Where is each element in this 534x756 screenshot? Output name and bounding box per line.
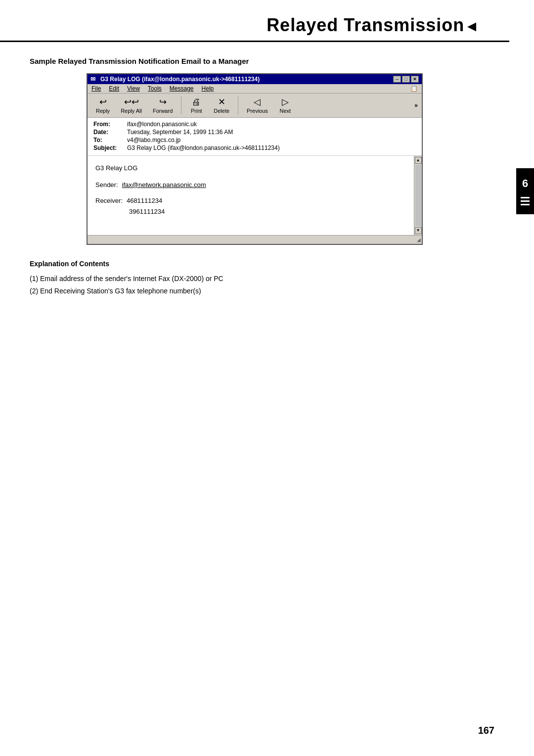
sender-label: Sender: [95,181,118,189]
delete-label: Delete [214,108,229,114]
to-label: To: [93,137,123,143]
email-statusbar: ◢ [88,235,422,244]
menu-extra-icon: 📋 [410,85,418,92]
toolbar-separator-1 [181,96,181,114]
toolbar-separator-2 [238,96,238,114]
menu-tools[interactable]: Tools [148,85,162,92]
email-header-fields: From: ifax@london.panasonic.uk Date: Tue… [88,118,422,156]
menu-file[interactable]: File [91,85,101,92]
subject-label: Subject: [93,144,123,151]
from-row: From: ifax@london.panasonic.uk [93,121,416,128]
reply-all-label: Reply All [121,108,142,114]
email-menubar: File Edit View Tools Message Help 📋 [88,84,422,94]
reply-all-icon: ↩↩ [124,97,139,108]
next-icon: ▷ [282,97,289,108]
to-value: v4@labo.mgcs.co.jp [127,137,180,143]
minimize-button[interactable]: ─ [393,76,401,83]
subject-value: G3 Relay LOG (ifax@london.panasonic.uk->… [127,144,280,151]
reply-icon: ↩ [99,97,107,108]
envelope-icon: ✉ [90,76,95,83]
print-icon: 🖨 [192,97,201,108]
menu-edit[interactable]: Edit [109,85,119,92]
date-label: Date: [93,129,123,136]
menu-view[interactable]: View [127,85,140,92]
explanation-heading: Explanation of Contents [30,260,480,268]
email-body: G3 Relay LOG Sender:ifax@network.panason… [88,156,414,235]
scrollbar-track [415,165,421,226]
body-sender-row: Sender:ifax@network.panasonic.com [95,180,406,190]
explanation-list: (1) Email address of the sender's Intern… [30,273,480,297]
date-row: Date: Tuesday, September 14, 1999 11:36 … [93,129,416,136]
titlebar-text: G3 Relay LOG (ifax@london.panasonic.uk->… [100,76,260,83]
print-label: Print [191,108,202,114]
sender-value: ifax@network.panasonic.com [122,181,206,189]
previous-button[interactable]: ◁ Previous [242,95,272,115]
email-titlebar: ✉ G3 Relay LOG (ifax@london.panasonic.uk… [88,74,422,84]
forward-label: Forward [153,108,173,114]
forward-button[interactable]: ↪ Forward [148,95,177,115]
receiver-value1: 4681111234 [127,197,162,204]
reply-button[interactable]: ↩ Reply [91,95,114,115]
email-toolbar: ↩ Reply ↩↩ Reply All ↪ Forward 🖨 Print ✕ [88,94,422,118]
body-receiver-row: Receiver:4681111234 [95,195,406,206]
from-value: ifax@london.panasonic.uk [127,121,197,128]
scrollbar-down-button[interactable]: ▼ [415,227,422,234]
menu-help[interactable]: Help [202,85,214,92]
body-receiver-row2: 3961111234 [129,206,406,217]
explanation-item-2: (2) End Receiving Station's G3 fax telep… [30,285,480,297]
subject-row: Subject: G3 Relay LOG (ifax@london.panas… [93,144,416,151]
next-button[interactable]: ▷ Next [274,95,296,115]
page-number: 167 [478,725,494,736]
resize-grip-icon: ◢ [417,237,421,242]
menu-message[interactable]: Message [170,85,194,92]
section-heading: Sample Relayed Transmission Notification… [30,57,480,65]
from-label: From: [93,121,123,128]
receiver-label: Receiver: [95,197,123,204]
forward-icon: ↪ [159,97,167,108]
previous-icon: ◁ [254,97,261,108]
email-body-container: G3 Relay LOG Sender:ifax@network.panason… [88,156,422,235]
tab-number: 6 [522,177,528,190]
explanation-item-1: (1) Email address of the sender's Intern… [30,273,480,285]
email-window: ✉ G3 Relay LOG (ifax@london.panasonic.uk… [87,73,423,245]
page-header: Relayed Transmission◄ [0,0,509,42]
toolbar-more[interactable]: » [414,102,418,109]
page-title: Relayed Transmission◄ [267,15,480,36]
restore-button[interactable]: □ [402,76,410,83]
receiver-value2: 3961111234 [129,208,165,215]
print-button[interactable]: 🖨 Print [185,95,207,115]
tab-decorations [521,197,530,205]
reply-all-button[interactable]: ↩↩ Reply All [116,95,146,115]
reply-label: Reply [96,108,110,114]
titlebar-controls: ─ □ ✕ [393,76,419,83]
delete-icon: ✕ [218,97,225,108]
scrollbar-up-button[interactable]: ▲ [415,157,422,164]
titlebar-title-group: ✉ G3 Relay LOG (ifax@london.panasonic.uk… [90,76,260,83]
email-scrollbar[interactable]: ▲ ▼ [414,156,422,235]
page-tab: 6 [516,168,534,214]
main-content: Sample Relayed Transmission Notification… [0,42,509,312]
delete-button[interactable]: ✕ Delete [209,95,234,115]
body-line1: G3 Relay LOG [95,163,406,174]
close-button[interactable]: ✕ [411,76,419,83]
previous-label: Previous [247,108,268,114]
date-value: Tuesday, September 14, 1999 11:36 AM [127,129,233,136]
next-label: Next [280,108,291,114]
to-row: To: v4@labo.mgcs.co.jp [93,137,416,143]
